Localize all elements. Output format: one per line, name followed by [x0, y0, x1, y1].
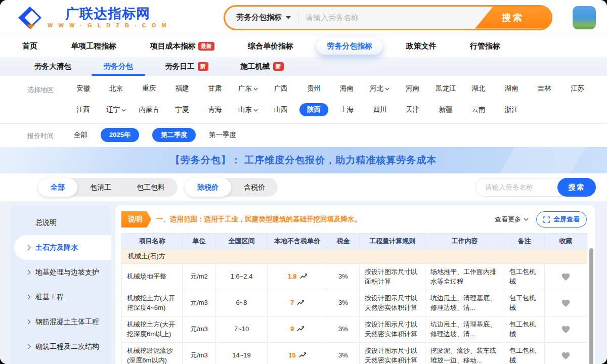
- region-青海[interactable]: 青海: [199, 105, 232, 114]
- favorite-cell[interactable]: [545, 290, 587, 316]
- chevron-right-icon: [26, 295, 31, 300]
- sidebar: 总说明土石方及降水地基处理与边坡支护桩基工程钢筋混凝土主体工程砌筑工程及二次结构…: [10, 205, 111, 364]
- region-福建[interactable]: 福建: [165, 84, 198, 93]
- region-label: 山西: [274, 105, 288, 114]
- content: 总说明土石方及降水地基处理与边坡支护桩基工程钢筋混凝土主体工程砌筑工程及二次结构…: [0, 201, 607, 364]
- remark: 包工包机械: [504, 263, 545, 290]
- nav-item-2[interactable]: 单项工程指标: [61, 38, 126, 55]
- contract-type-segment-option-1[interactable]: 全部: [38, 178, 77, 197]
- sidebar-item-3[interactable]: 地基处理与边坡支护: [10, 260, 111, 285]
- header-search-input[interactable]: [298, 13, 475, 22]
- region-山东[interactable]: 山东: [232, 105, 265, 114]
- nav-item-4[interactable]: 综合单价指标: [238, 38, 304, 55]
- favorite-heart-icon[interactable]: [561, 299, 571, 307]
- region-广西[interactable]: 广西: [265, 84, 297, 93]
- nav-item-3[interactable]: 项目成本指标最新: [140, 38, 225, 55]
- sidebar-item-7[interactable]: 装饰装修工程: [10, 359, 111, 364]
- region-河南[interactable]: 河南: [396, 84, 429, 93]
- top-header: 广联达指标网 W W W · G L D Z B · C O M 劳务分包指标 …: [0, 0, 607, 35]
- sidebar-item-1[interactable]: 总说明: [10, 210, 111, 235]
- quote-option-4[interactable]: 第一季度: [209, 130, 236, 140]
- local-price: 7: [268, 290, 327, 316]
- favorite-heart-icon[interactable]: [561, 325, 571, 334]
- view-more-button[interactable]: 查看更多: [495, 215, 529, 224]
- nav-item-6[interactable]: 政策文件: [396, 38, 447, 55]
- region-filter: 选择地区 安徽北京重庆福建甘肃广东广西贵州海南河北河南黑龙江湖北湖南吉林江苏江西…: [0, 76, 607, 124]
- tax-type-segment-option-2[interactable]: 含税价: [231, 178, 278, 197]
- subnav-item-4[interactable]: 施工机械新: [238, 57, 287, 76]
- region-江苏[interactable]: 江苏: [561, 84, 594, 93]
- region-贵州[interactable]: 贵州: [297, 84, 330, 93]
- region-湖北[interactable]: 湖北: [462, 84, 495, 93]
- column-header-2: 单位: [183, 234, 216, 249]
- nav-item-1[interactable]: 首页: [12, 38, 48, 55]
- quote-option-2[interactable]: 2025年: [101, 128, 139, 142]
- contract-type-segment-option-3[interactable]: 包工包料: [124, 178, 178, 197]
- user-avatar[interactable]: [573, 6, 596, 29]
- table-row: 机械挖淤泥流沙(深度6m以内)元/m314~19153%按设计图示尺寸以天然密实…: [122, 342, 587, 364]
- region-安徽[interactable]: 安徽: [67, 84, 100, 93]
- content-panel: 说明 一、适用范围：适用于工业，民建类型建筑的基础开挖回填及降水。 查看更多 全…: [115, 205, 595, 364]
- search-category-dropdown[interactable]: 劳务分包指标: [225, 13, 298, 22]
- region-陕西[interactable]: 陕西: [297, 103, 330, 116]
- sidebar-item-4[interactable]: 桩基工程: [10, 285, 111, 309]
- region-浙江[interactable]: 浙江: [495, 105, 528, 114]
- region-新疆[interactable]: 新疆: [429, 105, 462, 114]
- sidebar-item-5[interactable]: 钢筋混凝土主体工程: [10, 309, 111, 334]
- header-search-button[interactable]: 搜索: [475, 7, 551, 29]
- quote-option-1[interactable]: 全部: [74, 130, 88, 140]
- quote-option-3[interactable]: 第二季度: [152, 128, 196, 142]
- subnav-item-1[interactable]: 劳务大清包: [31, 57, 74, 76]
- region-辽宁[interactable]: 辽宁: [100, 105, 133, 114]
- region-label: 黑龙江: [436, 84, 456, 93]
- promo-banner: 【劳务分包】： 工序维度分包报价，助力精准核算劳务成本: [0, 147, 607, 173]
- region-北京[interactable]: 北京: [100, 84, 133, 93]
- region-河北[interactable]: 河北: [363, 84, 396, 93]
- nav-item-7[interactable]: 行管指标: [460, 38, 510, 55]
- tax-type-segment-option-1[interactable]: 除税价: [185, 178, 231, 197]
- region-广东[interactable]: 广东: [232, 84, 265, 93]
- favorite-heart-icon[interactable]: [561, 351, 571, 360]
- subnav-item-3[interactable]: 劳务日工新: [162, 57, 211, 76]
- region-内蒙古[interactable]: 内蒙古: [133, 105, 165, 114]
- favorite-cell[interactable]: [545, 316, 587, 342]
- favorite-cell[interactable]: [545, 263, 587, 290]
- tax-rate: 3%: [327, 316, 360, 342]
- sidebar-item-label: 桩基工程: [35, 293, 64, 302]
- region-重庆[interactable]: 重庆: [133, 84, 165, 93]
- region-label: 吉林: [538, 84, 551, 93]
- contract-type-segment-option-2[interactable]: 包清工: [77, 178, 124, 197]
- region-云南[interactable]: 云南: [462, 105, 495, 114]
- subnav-item-label: 劳务分包: [104, 62, 133, 71]
- region-天津[interactable]: 天津: [396, 105, 429, 114]
- favorite-cell[interactable]: [545, 342, 587, 364]
- column-header-5: 税金: [327, 234, 360, 249]
- quote-time-options: 全部2025年第二季度第一季度: [74, 128, 236, 142]
- region-山西[interactable]: 山西: [265, 105, 297, 114]
- region-甘肃[interactable]: 甘肃: [199, 84, 232, 93]
- national-range: 6~8: [216, 290, 268, 316]
- region-湖南[interactable]: 湖南: [495, 84, 528, 93]
- note-badge: 说明: [121, 211, 151, 228]
- region-label: 安徽: [76, 84, 90, 93]
- subnav-item-2[interactable]: 劳务分包: [101, 57, 136, 76]
- table-search-button[interactable]: 搜索: [557, 178, 596, 197]
- sidebar-item-6[interactable]: 砌筑工程及二次结构: [10, 334, 111, 359]
- fullscreen-button[interactable]: 全屏查看: [536, 211, 587, 228]
- table-row: 机械场地平整元/m21.6~2.41.83%按设计图示尺寸以面积计算场地推平、工…: [122, 263, 587, 290]
- region-吉林[interactable]: 吉林: [528, 84, 561, 93]
- region-上海[interactable]: 上海: [330, 105, 363, 114]
- favorite-heart-icon[interactable]: [561, 272, 571, 281]
- nav-item-5[interactable]: 劳务分包指标: [317, 38, 382, 55]
- region-江西[interactable]: 江西: [67, 105, 100, 114]
- region-黑龙江[interactable]: 黑龙江: [429, 84, 462, 93]
- region-海南[interactable]: 海南: [330, 84, 363, 93]
- column-header-7: 工作内容: [425, 234, 504, 249]
- region-宁夏[interactable]: 宁夏: [165, 105, 198, 114]
- note-text: 一、适用范围：适用于工业，民建类型建筑的基础开挖回填及降水。: [156, 215, 361, 224]
- table-scrollbar[interactable]: [589, 248, 593, 364]
- region-四川[interactable]: 四川: [363, 105, 396, 114]
- region-label: 四川: [373, 105, 386, 114]
- site-logo[interactable]: 广联达指标网 W W W · G L D Z B · C O M: [17, 6, 224, 30]
- sidebar-item-2[interactable]: 土石方及降水: [14, 235, 111, 260]
